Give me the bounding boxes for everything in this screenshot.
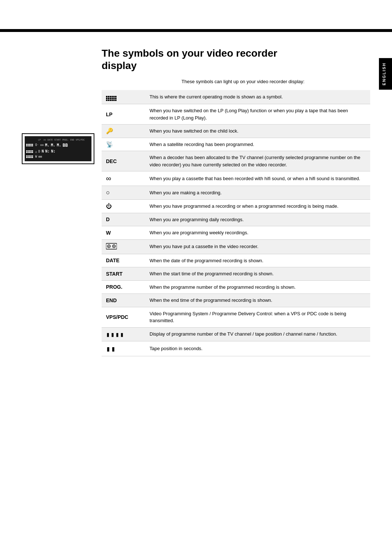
table-row: ▮▮▮▮ Display of programme number of the … [102,327,370,341]
description-cell: When you are programming weekly recordin… [145,226,370,240]
symbol-cell: DATE [102,254,145,267]
content-wrapper: These symbols can light up on your video… [102,79,370,356]
symbol-cell: ⏻ [102,200,145,213]
display-label-row: LP ⊙⊙ DATE START PROG. END VPS/PDC [26,138,90,141]
table-row: W When you are programming weekly record… [102,226,370,240]
table-row: PROG. When the programme number of the p… [102,280,370,294]
symbol-cell [102,90,145,104]
symbols-table: This is where the current operating mode… [102,90,370,356]
key-icon: 🔑 [106,128,113,134]
description-cell: When you have switched on the child lock… [145,125,370,138]
table-row: VPS/PDC Video Programming System / Progr… [102,307,370,327]
vpspdc-symbol: VPS/PDC [106,314,128,320]
symbol-cell: VPS/PDC [102,307,145,327]
panel-area: LP ⊙⊙ DATE START PROG. END VPS/PDC [22,79,370,356]
table-row: ▮▮ Tape position in seconds. [102,341,370,356]
symbol-cell [102,239,145,254]
grid-icon [106,96,117,101]
svg-point-4 [114,246,115,247]
table-row: This is where the current operating mode… [102,90,370,104]
table-row: DEC When a decoder has been allocated to… [102,151,370,171]
table-row: 📡 When a satellite recording has been pr… [102,138,370,151]
description-cell: When you are programming daily recording… [145,213,370,226]
seg4-symbol: ▮▮▮▮ [106,331,124,338]
symbol-cell: PROG. [102,280,145,294]
english-tab: ENGLISH [379,58,392,90]
seg2-symbol: ▮▮ [106,344,116,353]
symbol-cell: START [102,267,145,281]
title-line1: The symbols on your video recorder [102,48,277,59]
table-row: ○ When you are making a recording. [102,186,370,200]
table-row: START When the start time of the program… [102,267,370,281]
lp-symbol: LP [106,112,113,117]
description-cell: This is where the current operating mode… [145,90,370,104]
start-symbol: START [106,271,123,277]
hifi-icon: ∞ [106,174,111,182]
description-cell: When you have put a cassette in the vide… [145,239,370,254]
symbol-cell: ▮▮▮▮ [102,327,145,341]
symbol-cell: W [102,226,145,240]
symbol-cell: DEC [102,151,145,171]
description-cell: When you play a cassette that has been r… [145,171,370,186]
top-bar [0,29,392,32]
description-cell: When you have programmed a recording or … [145,200,370,213]
date-symbol: DATE [106,258,119,263]
record-icon: ○ [106,189,110,196]
d-symbol: D [106,216,110,222]
description-cell: When you have switched on the LP (Long P… [145,104,370,125]
symbol-cell: 📡 [102,138,145,151]
description-cell: When the date of the programmed recordin… [145,254,370,267]
description-cell: When the end time of the programmed reco… [145,294,370,307]
table-row: LP When you have switched on the LP (Lon… [102,104,370,125]
symbol-cell: 🔑 [102,125,145,138]
end-symbol: END [106,297,117,303]
table-row: When you have put a cassette in the vide… [102,239,370,254]
symbol-cell: D [102,213,145,226]
cassette-icon [106,243,117,250]
symbol-cell: ○ [102,186,145,200]
table-row: ⏻ When you have programmed a recording o… [102,200,370,213]
table-row: 🔑 When you have switched on the child lo… [102,125,370,138]
satellite-icon: 📡 [106,141,113,147]
intro-text: These symbols can light up on your video… [181,79,370,84]
symbol-cell: ▮▮ [102,341,145,356]
timer-icon: ⏻ [106,203,112,209]
description-cell: When a decoder has been allocated to the… [145,151,370,171]
table-row: ∞ When you play a cassette that has been… [102,171,370,186]
svg-point-3 [109,246,110,247]
table-row: DATE When the date of the programmed rec… [102,254,370,267]
description-cell: Video Programming System / Programme Del… [145,307,370,327]
description-cell: When the start time of the programmed re… [145,267,370,281]
table-row: D When you are programming daily recordi… [102,213,370,226]
display-panel: LP ⊙⊙ DATE START PROG. END VPS/PDC [22,133,94,164]
display-panel-inner: LP ⊙⊙ DATE START PROG. END VPS/PDC [25,136,91,161]
description-cell: Tape position in seconds. [145,341,370,356]
title-section: The symbols on your video recorder displ… [102,47,370,72]
description-cell: When the programme number of the program… [145,280,370,294]
symbol-cell: LP [102,104,145,125]
title-line2: display [102,60,136,71]
w-symbol: W [106,230,111,236]
table-row: END When the end time of the programmed … [102,294,370,307]
symbol-cell: END [102,294,145,307]
description-cell: When you are making a recording. [145,186,370,200]
description-cell: When a satellite recording has been prog… [145,138,370,151]
page-title: The symbols on your video recorder displ… [102,47,352,72]
symbol-cell: ∞ [102,171,145,186]
description-cell: Display of programme number of the TV ch… [145,327,370,341]
main-content: The symbols on your video recorder displ… [22,36,370,356]
dec-symbol: DEC [106,158,117,164]
prog-symbol: PROG. [106,284,122,290]
